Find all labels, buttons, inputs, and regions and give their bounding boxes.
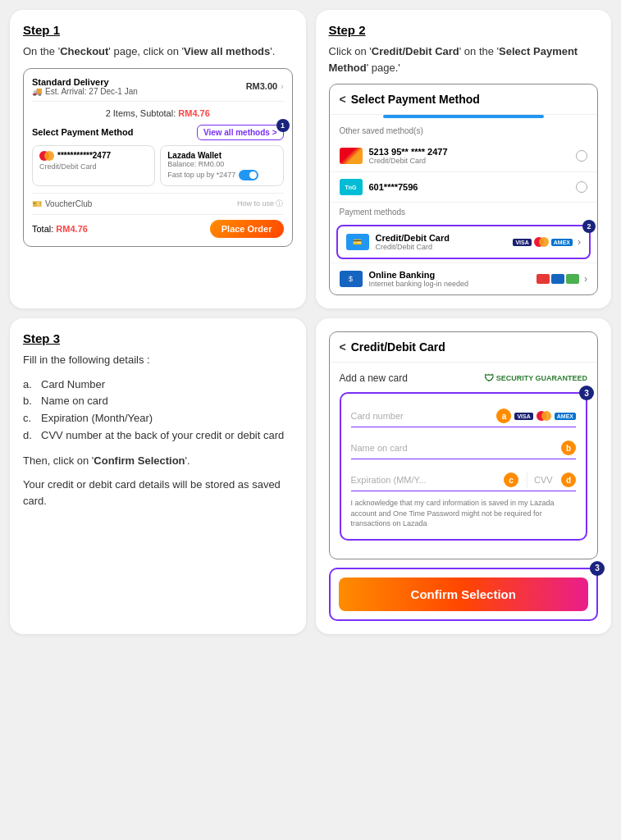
acknowledgment-text: I acknowledge that my card information i…	[351, 491, 577, 529]
amex-icon: AMEX	[551, 239, 573, 246]
place-order-button[interactable]: Place Order	[210, 220, 284, 238]
step1-screen: Standard Delivery 🚚 Est. Arrival: 27 Dec…	[23, 68, 293, 247]
step2-title: Step 2	[329, 23, 599, 37]
truck-icon: 🚚	[32, 87, 42, 96]
mastercard-icon	[340, 148, 363, 164]
step3-badge: 3	[579, 386, 594, 400]
delivery-label: Standard Delivery	[32, 77, 138, 87]
payment-methods-label: Payment methods	[330, 203, 598, 221]
step3-desc: Fill in the following details :	[23, 352, 293, 368]
screen3-header: < Credit/Debit Card	[330, 332, 598, 363]
step1-badge: 1	[276, 119, 290, 132]
chevron-right-ob-icon: ›	[584, 273, 587, 285]
step1-title: Step 1	[23, 23, 293, 37]
add-card-label: Add a new card	[340, 372, 408, 384]
subtotal-row: 2 Items, Subtotal: RM4.76	[32, 108, 284, 118]
saved-card2-row[interactable]: TnG 601****7596	[330, 172, 598, 203]
step3-title: Step 3	[23, 331, 293, 345]
list-item: a. Card Number	[23, 377, 293, 394]
ob-sub: Internet banking log-in needed	[369, 280, 469, 288]
step2-badge: 2	[582, 220, 596, 233]
payment-header-label: Select Payment Method	[32, 127, 133, 137]
badge-d: d	[561, 472, 576, 487]
ob-label: Online Banking	[369, 270, 469, 280]
radio-empty-2[interactable]	[576, 181, 587, 193]
saved-card1-row[interactable]: 5213 95** **** 2477 Credit/Debit Card	[330, 140, 598, 172]
credit-icon: 💳	[346, 234, 369, 250]
subtotal-amount: RM4.76	[178, 108, 210, 118]
confirm-selection-button[interactable]: Confirm Selection	[339, 578, 589, 611]
list-item: c. Expiration (Month/Year)	[23, 410, 293, 427]
saved-label: Other saved method(s)	[330, 121, 598, 140]
card-icons: VISA AMEX	[513, 237, 573, 247]
delivery-date: 🚚 Est. Arrival: 27 Dec-1 Jan	[32, 87, 138, 96]
badge-c: c	[504, 472, 518, 487]
step2-screen: < Select Payment Method Other saved meth…	[329, 84, 599, 295]
view-all-button[interactable]: View all methods > 1	[197, 125, 284, 140]
voucher-row: 🎫 VoucherClub How to use ⓘ	[32, 193, 284, 214]
step3-left-card: Step 3 Fill in the following details : a…	[10, 318, 306, 634]
back-arrow-3[interactable]: <	[340, 340, 346, 354]
then-text: Then, click on 'Confirm Selection'.	[23, 453, 293, 469]
stored-text: Your credit or debit card details will b…	[23, 477, 293, 509]
scroll-bar	[383, 115, 544, 118]
card-number-field[interactable]: Card number a VISA AMEX	[351, 404, 577, 427]
badge-b: b	[561, 441, 576, 455]
radio-empty-1[interactable]	[576, 150, 587, 162]
total-row: Total: RM4.76 Place Order	[32, 214, 284, 238]
ob-icon: $	[340, 271, 363, 287]
step2-card: Step 2 Click on 'Credit/Debit Card' on t…	[316, 10, 612, 308]
bank-icons	[537, 274, 579, 284]
bank-icon-2	[551, 274, 564, 284]
card-form-box: 3 Card number a VISA AMEX Name on card b	[340, 392, 588, 541]
touch-n-go-icon: TnG	[340, 179, 363, 195]
chevron-right-icon: ›	[578, 236, 581, 248]
step3-list: a. Card Number b. Name on card c. Expira…	[23, 377, 293, 445]
security-row: Add a new card 🛡 SECURITY GUARANTEED	[340, 372, 588, 384]
shield-icon: 🛡	[484, 372, 494, 384]
expiry-cvv-row: Expiration (MM/Y... c CVV d	[351, 468, 577, 491]
credit-card-label: Credit/Debit Card	[376, 233, 450, 243]
step1-desc: On the 'Checkout' page, click on 'View a…	[23, 43, 293, 60]
screen2-title: Select Payment Method	[351, 93, 480, 106]
screen3-title: Credit/Debit Card	[351, 340, 445, 354]
credit-card-highlight-row[interactable]: 💳 Credit/Debit Card Credit/Debit Card VI…	[330, 225, 598, 259]
wallet-toggle[interactable]	[239, 170, 258, 180]
card1-type: Credit/Debit Card	[369, 157, 448, 165]
list-item: b. Name on card	[23, 393, 293, 410]
visa-icon: VISA	[513, 239, 531, 246]
mc-icon-small	[534, 237, 549, 247]
list-item: d. CVV number at the back of your credit…	[23, 427, 293, 445]
voucher-icon: 🎫	[32, 199, 42, 208]
security-badge: 🛡 SECURITY GUARANTEED	[484, 372, 587, 384]
bank-icon-1	[537, 274, 550, 284]
online-banking-row[interactable]: $ Online Banking Internet banking log-in…	[330, 262, 598, 294]
step3-screen: < Credit/Debit Card Add a new card 🛡 SEC…	[329, 331, 599, 559]
mc-field-icon	[537, 411, 551, 421]
step3-right-card: < Credit/Debit Card Add a new card 🛡 SEC…	[316, 318, 612, 634]
credit-card-sub: Credit/Debit Card	[376, 243, 450, 251]
bank-icon-3	[566, 274, 579, 284]
total-amount: RM4.76	[56, 224, 88, 234]
wallet-box: Lazada Wallet Balance: RM0.00 Fast top u…	[160, 145, 283, 186]
cvv-field[interactable]: CVV d	[527, 472, 576, 487]
card-method-box: ***********2477 Credit/Debit Card	[32, 145, 155, 186]
confirm-badge: 3	[590, 561, 605, 576]
back-arrow[interactable]: <	[340, 93, 346, 106]
name-on-card-field[interactable]: Name on card b	[351, 436, 577, 459]
amex-field-icon: AMEX	[555, 413, 576, 420]
card1-number: 5213 95** **** 2477	[369, 147, 448, 157]
delivery-price: RM3.00	[246, 81, 278, 91]
expiry-field[interactable]: Expiration (MM/Y... c	[351, 472, 519, 487]
screen2-header: < Select Payment Method	[330, 84, 598, 115]
confirm-panel: 3 Confirm Selection	[329, 568, 599, 621]
step2-desc: Click on 'Credit/Debit Card' on the 'Sel…	[329, 43, 599, 75]
visa-field-icon: VISA	[514, 413, 532, 420]
step1-card: Step 1 On the 'Checkout' page, click on …	[10, 10, 306, 308]
badge-a: a	[496, 409, 511, 423]
card2-number: 601****7596	[369, 182, 418, 192]
